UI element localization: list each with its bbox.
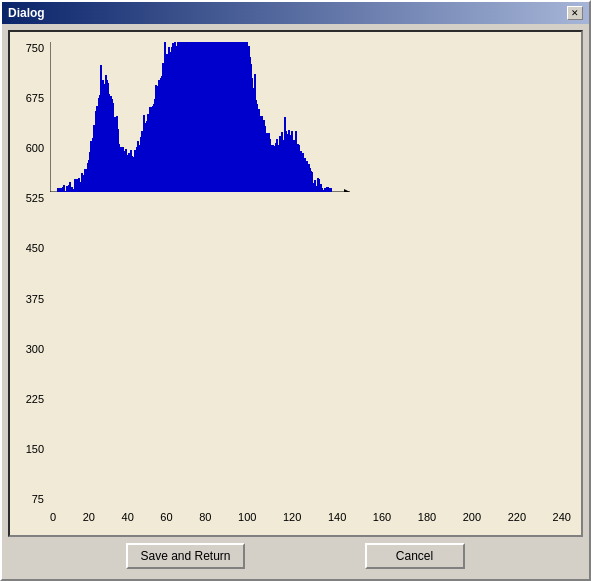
y-axis-label: 375 xyxy=(26,293,44,305)
x-axis-label: 40 xyxy=(122,511,134,523)
x-axis-label: 0 xyxy=(50,511,56,523)
x-axis-labels: 020406080100120140160180200220240 xyxy=(50,507,571,535)
cancel-button[interactable]: Cancel xyxy=(365,543,465,569)
chart-area: 75067560052545037530022515075 0204060801… xyxy=(8,30,583,537)
chart-inner: 75067560052545037530022515075 0204060801… xyxy=(10,32,581,535)
title-bar-controls: ✕ xyxy=(567,6,583,20)
y-axis-label: 450 xyxy=(26,242,44,254)
window-content: 75067560052545037530022515075 0204060801… xyxy=(2,24,589,579)
x-axis-label: 120 xyxy=(283,511,301,523)
histogram-canvas xyxy=(50,42,350,192)
y-axis-label: 225 xyxy=(26,393,44,405)
close-button[interactable]: ✕ xyxy=(567,6,583,20)
save-return-button[interactable]: Save and Return xyxy=(126,543,244,569)
x-axis-label: 80 xyxy=(199,511,211,523)
x-axis-label: 220 xyxy=(508,511,526,523)
y-axis-label: 600 xyxy=(26,142,44,154)
title-bar: Dialog ✕ xyxy=(2,2,589,24)
x-axis-label: 140 xyxy=(328,511,346,523)
x-axis-label: 20 xyxy=(83,511,95,523)
x-axis-label: 60 xyxy=(160,511,172,523)
y-axis-label: 150 xyxy=(26,443,44,455)
y-axis-label: 75 xyxy=(32,493,44,505)
y-axis-labels: 75067560052545037530022515075 xyxy=(10,42,48,505)
x-axis-label: 180 xyxy=(418,511,436,523)
y-axis-label: 300 xyxy=(26,343,44,355)
y-axis-label: 750 xyxy=(26,42,44,54)
x-axis-label: 160 xyxy=(373,511,391,523)
button-bar: Save and Return Cancel xyxy=(8,537,583,573)
x-axis-label: 100 xyxy=(238,511,256,523)
close-icon: ✕ xyxy=(571,8,579,18)
x-axis-label: 240 xyxy=(553,511,571,523)
window-title: Dialog xyxy=(8,6,45,20)
dialog-window: Dialog ✕ 75067560052545037530022515075 0… xyxy=(0,0,591,581)
x-axis-label: 200 xyxy=(463,511,481,523)
y-axis-label: 525 xyxy=(26,192,44,204)
y-axis-label: 675 xyxy=(26,92,44,104)
